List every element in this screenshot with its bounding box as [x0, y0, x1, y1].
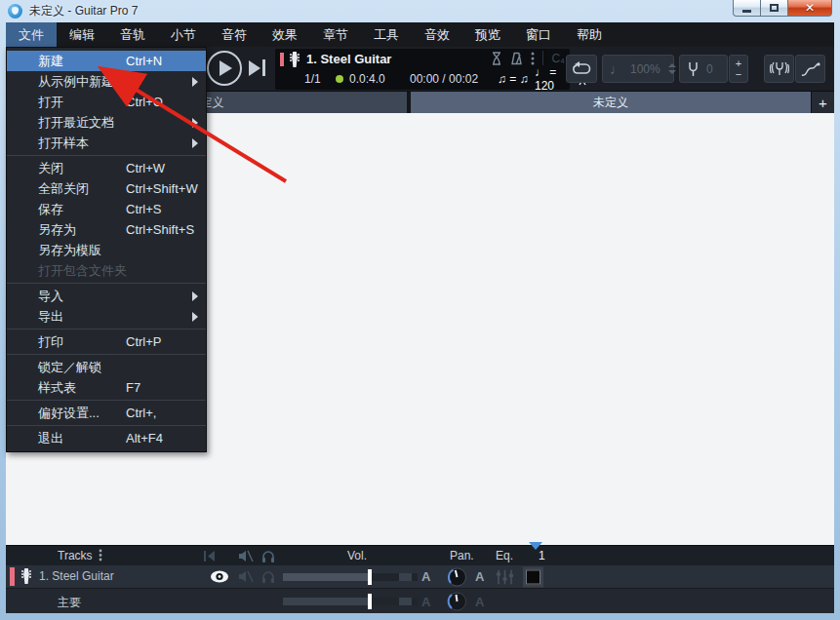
menu-item-exit[interactable]: 退出Alt+F4: [7, 428, 206, 448]
tuning-fork-icon: [687, 61, 700, 77]
tracks-header-row: Tracks Vol. Pan. Eq. 1: [6, 545, 834, 565]
metronome-icon[interactable]: [510, 52, 523, 65]
menu-edit[interactable]: 编辑: [57, 22, 107, 47]
speed-value: 100%: [630, 62, 660, 76]
beat-position: 0.0:4.0: [349, 72, 385, 86]
master-pan-knob[interactable]: [447, 591, 467, 611]
guitar-headstock-icon: [20, 568, 32, 584]
capo-indicator[interactable]: C₄: [551, 52, 565, 65]
track-pan-knob[interactable]: [447, 566, 467, 587]
close-button[interactable]: ✕: [788, 0, 832, 17]
tuning-button[interactable]: 0: [679, 55, 728, 83]
note-equivalence[interactable]: ♫ = ♫: [498, 72, 529, 86]
menu-separator: [7, 354, 206, 355]
track-color-bar: [10, 567, 15, 586]
track-row[interactable]: 1. Steel Guitar A: [6, 565, 834, 588]
menu-effects[interactable]: 效果: [260, 22, 310, 47]
loop-icon: [572, 61, 591, 77]
guitar-pro-app-icon: [8, 4, 22, 19]
master-pan-automation-button[interactable]: A: [475, 595, 484, 609]
menu-tools[interactable]: 工具: [361, 22, 412, 47]
volume-fill: [283, 573, 368, 581]
track-solo-headphones-icon[interactable]: [261, 570, 275, 583]
menu-item-new-from-example[interactable]: 从示例中新建: [7, 71, 206, 92]
menu-item-lock-unlock[interactable]: 锁定／解锁: [7, 357, 206, 377]
master-volume-fill: [283, 598, 368, 605]
menu-item-open-sample[interactable]: 打开样本: [7, 133, 206, 153]
menu-help[interactable]: 帮助: [564, 22, 615, 47]
toolbar-separator: [542, 51, 543, 65]
menu-bar[interactable]: 小节: [158, 22, 209, 47]
volume-automation-button[interactable]: A: [421, 569, 430, 584]
hourglass-icon[interactable]: [491, 52, 502, 65]
menu-item-save-as[interactable]: 另存为Ctrl+Shift+S: [7, 219, 206, 240]
track-name[interactable]: 1. Steel Guitar: [39, 569, 114, 583]
line-in-button[interactable]: [795, 55, 825, 83]
submenu-arrow-icon: [192, 118, 198, 128]
master-volume-zero-marker: [399, 598, 412, 605]
menu-window[interactable]: 窗口: [513, 22, 564, 47]
menu-item-print[interactable]: 打印Ctrl+P: [7, 331, 206, 352]
current-track-name[interactable]: 1. Steel Guitar: [306, 52, 391, 66]
menu-item-export[interactable]: 导出: [7, 306, 206, 327]
more-options-icon[interactable]: [531, 52, 535, 65]
pan-automation-button[interactable]: A: [475, 569, 484, 584]
guitar-headstock-icon: [289, 52, 300, 67]
menu-item-open-containing-folder: 打开包含文件夹: [7, 260, 206, 281]
speed-stepper[interactable]: [668, 63, 676, 74]
volume-handle[interactable]: [368, 569, 372, 585]
document-tab-2[interactable]: 未定义: [411, 92, 811, 113]
menu-file[interactable]: 文件: [6, 22, 57, 47]
playback-speed-button[interactable]: ♩ 100%: [602, 55, 674, 83]
menu-separator: [7, 400, 206, 401]
menu-item-new[interactable]: 新建Ctrl+N: [7, 51, 206, 71]
menu-item-import[interactable]: 导入: [7, 286, 206, 306]
minus-icon[interactable]: −: [736, 69, 741, 80]
menu-note[interactable]: 音符: [209, 22, 260, 47]
tempo-value[interactable]: ♩ = 120: [535, 65, 570, 93]
tuning-stepper[interactable]: + −: [729, 55, 748, 83]
go-to-end-button[interactable]: [249, 59, 265, 76]
menu-item-close[interactable]: 关闭Ctrl+W: [7, 158, 206, 178]
solo-all-headphones-icon[interactable]: [261, 550, 275, 562]
track-volume-slider[interactable]: [283, 573, 418, 581]
track-eq-icon[interactable]: [496, 569, 514, 584]
go-to-start-icon[interactable]: [203, 551, 216, 562]
menu-item-stylesheet[interactable]: 样式表F7: [7, 377, 206, 398]
master-volume-handle[interactable]: [368, 594, 372, 609]
track-color-swatch[interactable]: [523, 566, 543, 587]
volume-column-header: Vol.: [347, 549, 367, 562]
window-controls: ✕: [733, 0, 832, 17]
mute-all-icon[interactable]: [238, 550, 254, 562]
tuner-button[interactable]: [764, 55, 794, 83]
beat-indicator-dot: [336, 75, 343, 83]
plus-icon[interactable]: +: [736, 58, 741, 69]
track-visibility-eye-icon[interactable]: [210, 570, 229, 583]
menu-separator: [7, 283, 206, 284]
menu-item-open-recent[interactable]: 打开最近文档: [7, 112, 206, 133]
app-window: 未定义 - Guitar Pro 7 ✕ 文件 编辑 音轨 小节 音符 效果 章…: [0, 0, 840, 620]
maximize-button[interactable]: [761, 0, 788, 17]
next-icon: [249, 60, 260, 76]
menu-item-save[interactable]: 保存Ctrl+S: [7, 199, 206, 219]
tracks-options-icon[interactable]: [99, 549, 102, 562]
play-button[interactable]: [207, 51, 242, 86]
bar-number-header: 1: [539, 549, 545, 562]
menu-item-preferences[interactable]: 偏好设置...Ctrl+,: [7, 403, 206, 423]
pan-column-header: Pan.: [450, 549, 474, 562]
menu-section[interactable]: 章节: [310, 22, 361, 47]
menu-item-close-all[interactable]: 全部关闭Ctrl+Shift+W: [7, 178, 206, 199]
master-volume-slider[interactable]: [283, 598, 418, 605]
master-row[interactable]: 主要 A A: [6, 588, 834, 613]
track-mute-icon[interactable]: [238, 570, 254, 583]
menu-item-save-as-template[interactable]: 另存为模版: [7, 240, 206, 260]
menu-track[interactable]: 音轨: [107, 22, 158, 47]
master-volume-automation-button[interactable]: A: [421, 595, 430, 609]
minimize-button[interactable]: [733, 0, 761, 17]
submenu-arrow-icon: [192, 138, 198, 148]
add-tab-button[interactable]: +: [811, 92, 834, 113]
menu-sound[interactable]: 音效: [412, 22, 462, 47]
menu-item-open[interactable]: 打开Ctrl+O: [7, 92, 206, 112]
menu-view[interactable]: 预览: [462, 22, 513, 47]
loop-button[interactable]: [566, 55, 597, 83]
